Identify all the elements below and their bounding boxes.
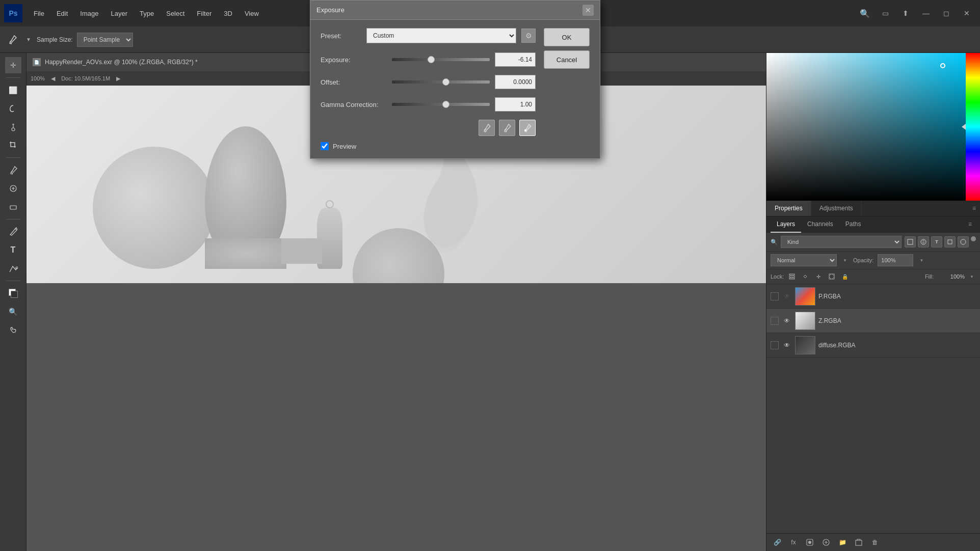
menu-type[interactable]: Type — [135, 7, 159, 20]
layer-kind-select[interactable]: Kind — [781, 236, 902, 248]
exposure-input[interactable]: -6.14 — [495, 52, 536, 67]
gamma-input[interactable]: 1.00 — [495, 97, 536, 112]
eyedropper-tool-sidebar[interactable] — [5, 162, 21, 178]
dialog-body: Preset: Custom ⚙ Exposure: -6.14 Offset: — [310, 20, 600, 158]
layer-visibility-zrgba[interactable]: 👁 — [782, 316, 792, 326]
maximize-button[interactable]: ◻ — [937, 4, 956, 22]
add-folder-btn[interactable]: 📁 — [836, 537, 849, 548]
preview-checkbox[interactable] — [321, 142, 329, 150]
new-layer-btn[interactable] — [852, 537, 865, 548]
eyedropper-tool[interactable] — [4, 32, 20, 48]
blend-mode-select[interactable]: Normal — [771, 254, 837, 266]
offset-input[interactable]: 0.0000 — [495, 75, 536, 89]
scroll-arrow-left[interactable]: ◀ — [51, 75, 55, 82]
link-layers-btn[interactable]: 🔗 — [771, 537, 784, 548]
layer-checkbox-prgba[interactable] — [771, 292, 779, 300]
layers-panel-menu[interactable]: ≡ — [964, 216, 976, 233]
minimize-button[interactable]: — — [917, 4, 935, 22]
tab-properties[interactable]: Properties — [766, 201, 811, 216]
menu-layer[interactable]: Layer — [106, 7, 133, 20]
move-tool[interactable]: ✛ — [5, 57, 21, 73]
layer-visibility-diffuse[interactable]: 👁 — [782, 340, 792, 350]
gamma-thumb[interactable] — [442, 101, 449, 108]
fill-chevron[interactable]: ▼ — [968, 272, 976, 281]
layer-filter-shape[interactable] — [944, 236, 956, 247]
text-tool[interactable]: T — [5, 242, 21, 258]
opacity-chevron[interactable]: ▼ — [917, 256, 925, 264]
white-point-eyedropper[interactable] — [519, 120, 536, 136]
scroll-arrow-right[interactable]: ▶ — [116, 75, 120, 82]
blend-mode-bar: Normal ▼ Opacity: ▼ — [766, 252, 980, 269]
layer-filter-pixel[interactable] — [905, 236, 916, 247]
lock-image[interactable] — [800, 271, 810, 282]
svg-rect-19 — [856, 540, 862, 545]
healing-tool[interactable] — [5, 180, 21, 197]
exposure-thumb[interactable] — [428, 56, 435, 63]
hand-tool[interactable] — [5, 322, 21, 338]
gamma-track — [392, 103, 490, 106]
tab-adjustments[interactable]: Adjustments — [811, 201, 862, 216]
tool-mode-dropdown[interactable]: ▼ — [24, 36, 33, 44]
lasso-tool[interactable] — [5, 100, 21, 117]
black-point-eyedropper[interactable] — [479, 120, 495, 136]
gray-point-eyedropper[interactable] — [499, 120, 515, 136]
preset-select[interactable]: Custom — [366, 28, 516, 43]
opacity-input[interactable] — [878, 254, 913, 266]
panel-toggle-icon[interactable]: ▭ — [876, 4, 894, 22]
layer-checkbox-diffuse[interactable] — [771, 341, 779, 349]
fill-input[interactable] — [937, 273, 965, 280]
share-icon[interactable]: ⬆ — [896, 4, 915, 22]
menu-image[interactable]: Image — [75, 7, 103, 20]
menu-3d[interactable]: 3D — [219, 7, 237, 20]
path-tool[interactable] — [5, 260, 21, 277]
search-icon[interactable]: 🔍 — [856, 4, 874, 22]
eraser-tool[interactable] — [5, 199, 21, 215]
layer-filter-type[interactable]: T — [931, 236, 942, 247]
layer-visibility-prgba[interactable]: 👁 — [782, 291, 792, 301]
panel-menu-icon[interactable]: ≡ — [968, 201, 980, 216]
layer-item-prgba[interactable]: 👁 P.RGBA — [766, 284, 980, 309]
add-adjustment-btn[interactable] — [819, 537, 833, 548]
blend-mode-chevron[interactable]: ▼ — [841, 256, 849, 264]
menu-file[interactable]: File — [29, 7, 49, 20]
layer-filter-smartobj[interactable] — [958, 236, 969, 247]
foreground-bg-colors[interactable] — [5, 285, 21, 301]
crop-tool[interactable] — [5, 137, 21, 153]
sample-size-label: Sample Size: — [37, 36, 73, 43]
ok-button[interactable]: OK — [544, 28, 590, 46]
lock-transparent[interactable] — [787, 271, 797, 282]
color-gradient-picker[interactable] — [766, 53, 966, 201]
tab-paths[interactable]: Paths — [839, 216, 867, 233]
menu-filter[interactable]: Filter — [192, 7, 217, 20]
layer-item-zrgba[interactable]: 👁 Z.RGBA — [766, 309, 980, 333]
layer-checkbox-zrgba[interactable] — [771, 317, 779, 325]
lock-move[interactable]: ✛ — [813, 271, 824, 282]
marquee-tool[interactable]: ⬜ — [5, 82, 21, 98]
layer-item-diffuse[interactable]: 👁 diffuse.RGBA — [766, 333, 980, 357]
cancel-button[interactable]: Cancel — [544, 50, 590, 69]
preset-settings-btn[interactable]: ⚙ — [521, 29, 536, 43]
exposure-slider[interactable] — [392, 54, 490, 65]
tab-channels[interactable]: Channels — [801, 216, 839, 233]
add-style-btn[interactable]: fx — [787, 537, 800, 548]
gamma-slider[interactable] — [392, 99, 490, 109]
lock-artboard[interactable] — [827, 271, 837, 282]
close-button[interactable]: ✕ — [958, 4, 976, 22]
pen-tool[interactable] — [5, 224, 21, 240]
add-mask-btn[interactable] — [803, 537, 816, 548]
svg-rect-14 — [792, 277, 793, 278]
lock-all[interactable]: 🔒 — [840, 271, 850, 282]
menu-select[interactable]: Select — [161, 7, 190, 20]
brush-tool[interactable] — [5, 119, 21, 135]
menu-view[interactable]: View — [240, 7, 264, 20]
color-spectrum-bar[interactable] — [966, 53, 980, 201]
dialog-close-button[interactable]: ✕ — [582, 5, 594, 16]
tab-layers[interactable]: Layers — [771, 216, 801, 233]
sample-size-select[interactable]: Point Sample — [77, 33, 133, 47]
delete-layer-btn[interactable]: 🗑 — [868, 537, 882, 548]
layer-filter-adjustment[interactable] — [918, 236, 929, 247]
offset-slider[interactable] — [392, 77, 490, 87]
zoom-tool[interactable]: 🔍 — [5, 304, 21, 320]
offset-thumb[interactable] — [442, 78, 449, 86]
menu-edit[interactable]: Edit — [51, 7, 73, 20]
